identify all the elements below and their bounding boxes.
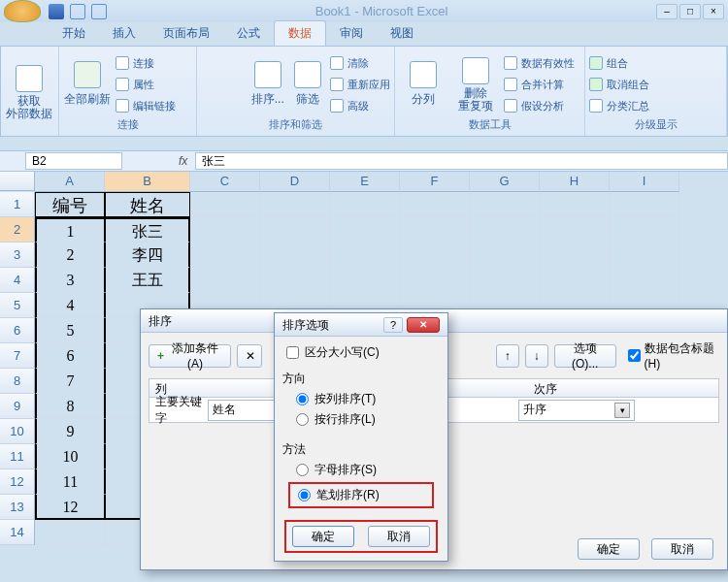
cell-A6[interactable]: 5 [35, 318, 105, 343]
has-headers-checkbox[interactable]: 数据包含标题(H) [628, 340, 719, 371]
cell-C4[interactable] [190, 268, 260, 293]
col-header-A[interactable]: A [35, 172, 105, 192]
cell-C1[interactable] [190, 192, 260, 217]
data-validation-button[interactable]: 数据有效性 [504, 53, 575, 73]
cell-A12[interactable]: 11 [35, 469, 105, 495]
save-icon[interactable] [49, 4, 64, 19]
row-header[interactable]: 3 [0, 242, 35, 268]
cell-A2[interactable]: 1 [35, 217, 105, 242]
cell-E4[interactable] [330, 268, 400, 293]
cell-A13[interactable]: 12 [35, 495, 105, 520]
cell-D1[interactable] [260, 192, 330, 217]
row-header[interactable]: 9 [0, 394, 35, 419]
cell-H4[interactable] [540, 268, 610, 293]
remove-duplicates-button[interactable]: 删除 重复项 [451, 51, 500, 117]
cell-D3[interactable] [260, 242, 330, 268]
group-button[interactable]: 组合 [589, 53, 649, 73]
cell-G2[interactable] [470, 217, 540, 242]
tab-home[interactable]: 开始 [49, 21, 99, 46]
row-header[interactable]: 7 [0, 343, 35, 369]
cell-C3[interactable] [190, 242, 260, 268]
row-header[interactable]: 10 [0, 419, 35, 444]
cell-B3[interactable]: 李四 [105, 242, 190, 268]
edit-links-button[interactable]: 编辑链接 [116, 96, 176, 115]
row-header[interactable]: 5 [0, 293, 35, 318]
subtotal-button[interactable]: 分类汇总 [589, 96, 649, 115]
row-header[interactable]: 6 [0, 318, 35, 343]
dialog-help-button[interactable]: ? [383, 317, 403, 333]
whatif-button[interactable]: 假设分析 [504, 96, 575, 115]
cell-A4[interactable]: 3 [35, 268, 105, 293]
cell-A10[interactable]: 9 [35, 419, 105, 444]
cell-G1[interactable] [470, 192, 540, 217]
sort-left-to-right-radio[interactable]: 按行排序(L) [282, 409, 440, 430]
cell-I3[interactable] [610, 242, 679, 268]
cell-A9[interactable]: 8 [35, 394, 105, 419]
sort-cancel-button[interactable]: 取消 [651, 538, 713, 560]
cell-F2[interactable] [400, 217, 470, 242]
row-header[interactable]: 1 [0, 192, 35, 217]
col-header-I[interactable]: I [610, 172, 679, 192]
col-header-H[interactable]: H [540, 172, 610, 192]
get-external-data-button[interactable]: 获取 外部数据 [5, 51, 53, 134]
clear-filter-button[interactable]: 清除 [330, 53, 390, 73]
tab-formulas[interactable]: 公式 [223, 21, 274, 46]
sort-desc-icon[interactable] [224, 72, 246, 97]
move-up-button[interactable]: ↑ [496, 344, 519, 368]
cell-E3[interactable] [330, 242, 400, 268]
cell-I4[interactable] [610, 268, 679, 293]
cell-B4[interactable]: 王五 [105, 268, 190, 293]
cell-B2[interactable]: 张三 [105, 217, 190, 242]
filter-button[interactable]: 筛选 [290, 51, 327, 117]
cell-A5[interactable]: 4 [35, 293, 105, 318]
cell-F1[interactable] [400, 192, 470, 217]
select-all-corner[interactable] [0, 172, 35, 191]
row-header[interactable]: 13 [0, 495, 35, 520]
col-header-F[interactable]: F [400, 172, 470, 192]
case-sensitive-checkbox[interactable]: 区分大小写(C) [282, 342, 440, 363]
tab-data[interactable]: 数据 [274, 20, 326, 46]
col-header-G[interactable]: G [470, 172, 540, 192]
col-header-C[interactable]: C [190, 172, 260, 192]
text-to-columns-button[interactable]: 分列 [399, 51, 447, 117]
row-header[interactable]: 14 [0, 520, 35, 545]
properties-button[interactable]: 属性 [116, 75, 176, 94]
cell-E2[interactable] [330, 217, 400, 242]
stroke-sort-radio[interactable]: 笔划排序(R) [290, 485, 432, 505]
row-header[interactable]: 2 [0, 217, 35, 242]
cell-I2[interactable] [610, 217, 679, 242]
tab-page-layout[interactable]: 页面布局 [149, 21, 223, 46]
connections-button[interactable]: 连接 [116, 53, 176, 73]
office-button[interactable] [4, 0, 41, 22]
maximize-button[interactable]: □ [679, 4, 701, 19]
options-ok-button[interactable]: 确定 [292, 526, 354, 547]
col-header-B[interactable]: B [105, 172, 190, 192]
cell-D4[interactable] [260, 268, 330, 293]
name-box[interactable]: B2 [25, 152, 122, 170]
consolidate-button[interactable]: 合并计算 [504, 75, 575, 94]
alphabetic-sort-radio[interactable]: 字母排序(S) [282, 460, 440, 480]
cell-H2[interactable] [540, 217, 610, 242]
col-header-E[interactable]: E [330, 172, 400, 192]
cell-D2[interactable] [260, 217, 330, 242]
row-header[interactable]: 8 [0, 369, 35, 394]
row-header[interactable]: 11 [0, 444, 35, 469]
row-header[interactable]: 12 [0, 469, 35, 495]
redo-icon[interactable] [91, 4, 107, 19]
sort-options-button[interactable]: 选项(O)... [554, 344, 616, 368]
cell-G3[interactable] [470, 242, 540, 268]
close-button[interactable]: × [703, 4, 724, 19]
col-header-D[interactable]: D [260, 172, 330, 192]
minimize-button[interactable]: – [656, 4, 678, 19]
tab-insert[interactable]: 插入 [99, 21, 149, 46]
dialog-close-button[interactable]: ✕ [407, 317, 440, 333]
sort-asc-icon[interactable] [201, 72, 222, 97]
sort-button[interactable]: 排序... [249, 51, 286, 117]
reapply-button[interactable]: 重新应用 [330, 75, 390, 94]
cell-G4[interactable] [470, 268, 540, 293]
cell-A3[interactable]: 2 [35, 242, 105, 268]
sort-order-combo[interactable]: 升序▾ [518, 400, 635, 421]
tab-view[interactable]: 视图 [377, 21, 427, 46]
cell-C2[interactable] [190, 217, 260, 242]
sort-ok-button[interactable]: 确定 [578, 538, 640, 560]
